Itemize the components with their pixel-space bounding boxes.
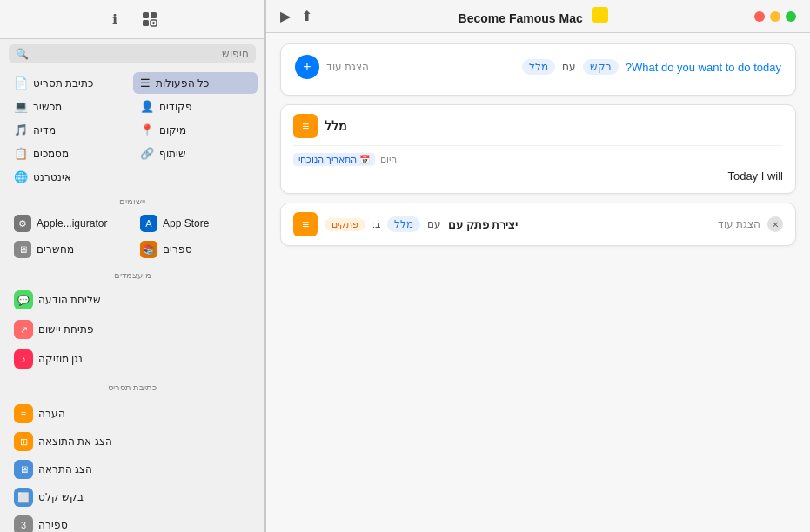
app-label: מחשרים (37, 243, 74, 256)
notes-app-icon (592, 7, 608, 23)
play-button[interactable]: ▶ (280, 8, 291, 24)
meta-today: היום (380, 154, 397, 165)
category-label: אינטרנט (33, 171, 71, 183)
category-media[interactable]: מדיה 🎵 (7, 119, 131, 141)
category-label: מיקום (159, 124, 186, 136)
card3-right: יצירת פתק עם עם מלל ב: פתקים ≡ (293, 212, 518, 236)
right-panel: ▶ ⬆ Become Famous Mac What do you want t… (266, 0, 810, 532)
card3-close-button[interactable]: ✕ (767, 216, 783, 232)
category-pkudim[interactable]: פקודים 👤 (133, 96, 258, 117)
date-badge: 📅 התאריך הנוכחי (293, 153, 375, 166)
left-panel: ℹ 🔍 כתיבת תסריט 📄 כל הפעולות ☰ מכשיר (0, 0, 265, 532)
right-toolbar: ▶ ⬆ Become Famous Mac (266, 0, 810, 33)
scripting-section-label: כתיבת תסריט (0, 377, 264, 394)
category-internet[interactable]: אינטרנט 🌐 (7, 166, 131, 188)
add-step-button[interactable]: + (295, 55, 319, 79)
script-label: ספירה (38, 519, 68, 531)
person-icon: 👤 (140, 100, 154, 113)
shortcut-card-2: מלל ≡ היום 📅 התאריך הנוכחי Today I will (280, 104, 796, 194)
ask-pill[interactable]: בקש (583, 59, 619, 75)
category-label: פקודים (159, 101, 192, 113)
category-kol-hapeuolot[interactable]: כל הפעולות ☰ (133, 72, 258, 94)
card1-action: What do you want to do today? בקש עם מלל (522, 59, 781, 75)
category-mechshir[interactable]: מכשיר 💻 (7, 96, 131, 117)
app-app-store[interactable]: App Store A (133, 211, 258, 236)
maximize-button[interactable] (786, 11, 796, 22)
doc2-icon: 📋 (14, 147, 28, 160)
card1-title: הצגת עוד (326, 61, 369, 73)
music-play-icon: ♪ (14, 349, 33, 369)
info-button[interactable]: ℹ (103, 7, 127, 31)
apps-grid: Apple...igurator ⚙ App Store A מחשרים 🖥 … (0, 208, 264, 265)
apps-section-label: יישומים (0, 191, 264, 208)
category-mekom[interactable]: מיקום 📍 (133, 119, 258, 141)
card3-icon: ≡ (293, 212, 318, 236)
item-label: נגן מוזיקה (38, 353, 83, 365)
toolbar-left-actions: ▶ ⬆ (280, 8, 312, 24)
window-title: Become Famous Mac (459, 11, 583, 25)
script-sfira[interactable]: ספירה 3 (7, 511, 258, 532)
moatzmdim-shlicnat[interactable]: שליחת הודעה 💬 (7, 285, 258, 315)
show-result-icon: ⊞ (14, 432, 33, 451)
moatzmdim-petiat[interactable]: פתיחת יישום ↗ (7, 315, 258, 344)
music-icon: 🎵 (14, 123, 28, 136)
shortcut-card-1: What do you want to do today? בקש עם מלל… (280, 43, 796, 96)
script-label: הצג התראה (38, 463, 92, 475)
card2-header: מלל ≡ (281, 105, 795, 145)
close-button[interactable] (754, 11, 765, 22)
app-sfarim[interactable]: ספרים 📚 (133, 237, 258, 262)
moatzmdim-section-label: מועצמדים (0, 265, 264, 282)
minimize-button[interactable] (770, 11, 780, 22)
window-controls (754, 11, 796, 22)
script-label: בקש קלט (38, 491, 84, 503)
category-label: מסמכים (33, 148, 69, 160)
card3-with: עם (427, 218, 441, 230)
moatzmdim-nagan[interactable]: נגן מוזיקה ♪ (7, 344, 258, 374)
web-icon: 🌐 (14, 170, 28, 183)
app-label: ספרים (163, 243, 192, 256)
app-icon: ⚙ (14, 215, 31, 232)
left-toolbar: ℹ (0, 0, 264, 39)
list-icon: ☰ (140, 76, 151, 90)
app-mehashvim[interactable]: מחשרים 🖥 (7, 237, 131, 262)
svg-rect-2 (143, 20, 149, 26)
app-apple-configurator[interactable]: Apple...igurator ⚙ (7, 211, 131, 236)
count-icon: 3 (14, 515, 33, 532)
script-hera[interactable]: הערה ≡ (7, 400, 258, 428)
open-app-icon: ↗ (14, 320, 33, 339)
app-icon: A (140, 215, 157, 232)
category-shituof[interactable]: שיתוף 🔗 (133, 143, 258, 164)
note-icon: ≡ (14, 404, 33, 423)
search-icon: 🔍 (16, 48, 29, 60)
card3-b-label: ב: (372, 219, 380, 230)
app-label: Apple...igurator (37, 217, 107, 229)
search-input[interactable] (33, 48, 249, 60)
item-label: שליחת הודעה (38, 294, 101, 306)
scripting-section: הערה ≡ הצג את התוצאה ⊞ הצג התראה 🖥 בקש ק… (0, 396, 264, 532)
share-icon: 🔗 (140, 147, 154, 160)
app-icon: 📚 (140, 241, 157, 258)
add-to-dock-button[interactable] (137, 7, 162, 31)
category-mismachim[interactable]: מסמכים 📋 (7, 143, 131, 164)
svg-rect-0 (143, 12, 149, 18)
card3-notes-pill[interactable]: פתקים (325, 218, 365, 231)
script-bksh-kl[interactable]: בקש קלט ⬜ (7, 483, 258, 511)
card3-mll[interactable]: מלל (387, 216, 420, 232)
category-label: מכשיר (33, 101, 62, 113)
script-hazg-hatara[interactable]: הצג התראה 🖥 (7, 456, 258, 483)
input-icon: ⬜ (14, 488, 33, 507)
message-icon: 💬 (14, 290, 33, 309)
category-label: מדיה (33, 124, 56, 136)
script-hazg-totza[interactable]: הצג את התוצאה ⊞ (7, 428, 258, 456)
item-label: פתיחת יישום (38, 323, 94, 336)
content-area: What do you want to do today? בקש עם מלל… (266, 33, 810, 532)
category-ktivat-tasrit[interactable]: כתיבת תסריט 📄 (7, 72, 131, 94)
with-label: עם (562, 61, 576, 73)
share-button[interactable]: ⬆ (301, 8, 312, 24)
categories-grid: כתיבת תסריט 📄 כל הפעולות ☰ מכשיר 💻 פקודי… (0, 69, 264, 191)
doc-icon: 📄 (14, 76, 28, 90)
mll-pill[interactable]: מלל (522, 59, 555, 75)
card2-title: מלל (325, 119, 347, 133)
card1-action-text: What do you want to do today? (626, 61, 781, 74)
category-label: שיתוף (159, 148, 186, 160)
